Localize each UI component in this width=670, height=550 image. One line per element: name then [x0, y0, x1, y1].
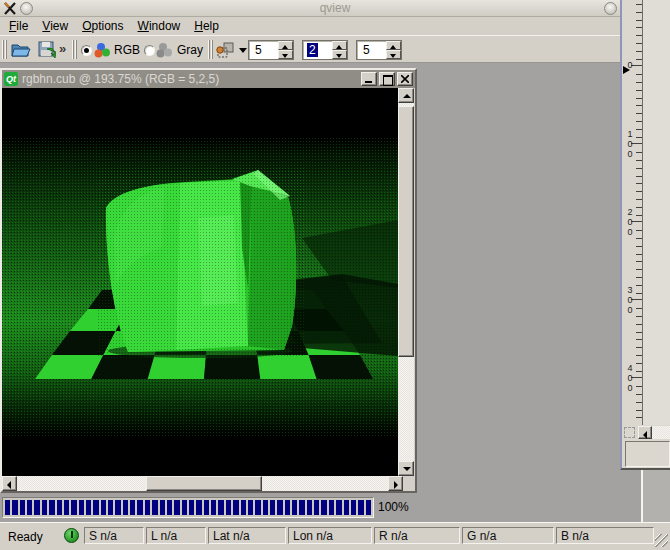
main-titlebar[interactable]: qview: [0, 0, 670, 17]
menubar: FileViewOptionsWindowHelp: [0, 17, 670, 35]
band-spinbox-3-value[interactable]: 5: [361, 43, 372, 57]
ruler-minor-tick: [636, 293, 642, 294]
spin-down-button[interactable]: [332, 50, 347, 59]
ruler-minor-tick: [636, 129, 642, 130]
ruler-minor-tick: [636, 363, 642, 364]
band-spinbox-2-value[interactable]: 2: [307, 43, 318, 57]
band-link-dropdown-arrow[interactable]: [239, 48, 247, 53]
statusbar: Ready S n/aL n/aLat n/aLon n/aR n/aG n/a…: [0, 522, 670, 550]
ruler-minor-tick: [636, 332, 642, 333]
menu-view[interactable]: View: [35, 18, 75, 34]
save-button[interactable]: [35, 38, 59, 61]
progress-segment: [314, 500, 319, 515]
ruler-minor-tick: [636, 371, 642, 372]
menu-options[interactable]: Options: [75, 18, 130, 34]
menu-window[interactable]: Window: [131, 18, 188, 34]
close-button[interactable]: [397, 72, 413, 86]
progress-segment: [299, 500, 304, 515]
progress-segment: [5, 500, 10, 515]
ruler-minor-tick: [636, 261, 642, 262]
progress-segment: [115, 500, 120, 515]
ruler-minor-tick: [636, 35, 642, 36]
scroll-right-button[interactable]: [388, 476, 403, 491]
spin-down-button[interactable]: [278, 50, 293, 59]
gray-label[interactable]: Gray: [177, 43, 203, 57]
progress-segment: [226, 500, 231, 515]
ruler-minor-tick: [636, 105, 642, 106]
scroll-down-button[interactable]: [398, 461, 414, 476]
image-canvas[interactable]: [2, 88, 398, 476]
rgb-radio[interactable]: [81, 45, 92, 56]
viewer-titlebar[interactable]: Qt rgbhn.cub @ 193.75% (RGB = 5,2,5): [2, 70, 415, 88]
ruler-minor-tick: [636, 316, 642, 317]
ruler-minor-tick: [636, 254, 642, 255]
spin-up-button[interactable]: [386, 41, 401, 50]
ruler-minor-tick: [636, 27, 642, 28]
progress-segment: [130, 500, 135, 515]
cube-scene: [2, 88, 398, 476]
band-spinbox-1-value[interactable]: 5: [253, 43, 264, 57]
progress-segment: [285, 500, 290, 515]
progress-segment: [351, 500, 356, 515]
menu-help[interactable]: Help: [187, 18, 226, 34]
status-cell: Lat n/a: [208, 527, 286, 544]
toolbar-separator[interactable]: [72, 40, 77, 59]
progress-segment: [189, 500, 194, 515]
toolbar-overflow-chevron[interactable]: »: [59, 41, 66, 56]
ruler-minor-tick: [636, 246, 642, 247]
horizontal-scrollbar[interactable]: [2, 476, 403, 491]
arrow-left-icon: [7, 481, 11, 489]
status-cell: G n/a: [462, 527, 554, 544]
status-green-indicator-icon[interactable]: [64, 528, 79, 543]
menu-file[interactable]: File: [2, 18, 35, 34]
progress-segment: [34, 500, 39, 515]
status-cell: L n/a: [146, 527, 206, 544]
ruler-scroll-left-button[interactable]: [638, 426, 652, 439]
spin-up-button[interactable]: [332, 41, 347, 50]
progress-segment: [321, 500, 326, 515]
progress-segment: [49, 500, 54, 515]
minimize-button[interactable]: [361, 72, 377, 86]
band-spinbox-1[interactable]: 5: [248, 40, 294, 60]
spin-down-button[interactable]: [386, 50, 401, 59]
band-link-button[interactable]: [213, 38, 237, 61]
progress-segment: [292, 500, 297, 515]
progress-segment: [167, 500, 172, 515]
status-cell: S n/a: [84, 527, 144, 544]
ruler-minor-tick: [636, 183, 642, 184]
ruler-window[interactable]: 0100200300400: [620, 0, 670, 470]
ruler-minor-tick: [636, 230, 642, 231]
spin-up-button[interactable]: [278, 41, 293, 50]
ruler-minor-tick: [636, 113, 642, 114]
scroll-left-button[interactable]: [2, 476, 17, 491]
vertical-scroll-thumb[interactable]: [398, 106, 414, 357]
band-spinbox-2[interactable]: 2: [302, 40, 348, 60]
ruler-horizontal-scrollbar[interactable]: [652, 426, 670, 439]
ruler-minor-tick: [636, 402, 642, 403]
maximize-button[interactable]: [379, 72, 395, 86]
resize-grip[interactable]: [655, 534, 668, 547]
open-file-button[interactable]: [9, 38, 33, 61]
progress-segment: [174, 500, 179, 515]
viewer-window[interactable]: Qt rgbhn.cub @ 193.75% (RGB = 5,2,5): [0, 68, 417, 493]
scroll-up-button[interactable]: [398, 88, 414, 103]
progress-segment: [358, 500, 363, 515]
horizontal-scroll-thumb[interactable]: [146, 476, 262, 491]
progress-segment: [277, 500, 282, 515]
toolbar-handle[interactable]: [2, 40, 7, 59]
ruler-minor-tick: [636, 394, 642, 395]
progress-segment: [263, 500, 268, 515]
checker-square: [204, 355, 260, 379]
titlebar-button-right[interactable]: [604, 2, 617, 15]
progress-segment: [152, 500, 157, 515]
gray-bands-icon: [156, 42, 174, 59]
ruler-minor-tick: [636, 324, 642, 325]
vertical-scrollbar[interactable]: [398, 88, 414, 476]
save-icon: [38, 41, 56, 59]
gray-radio[interactable]: [144, 45, 155, 56]
vertical-ruler: 0100200300400: [622, 0, 643, 425]
progress-segment: [145, 500, 150, 515]
band-spinbox-3[interactable]: 5: [356, 40, 402, 60]
rgb-label[interactable]: RGB: [114, 43, 140, 57]
progress-segment: [248, 500, 253, 515]
